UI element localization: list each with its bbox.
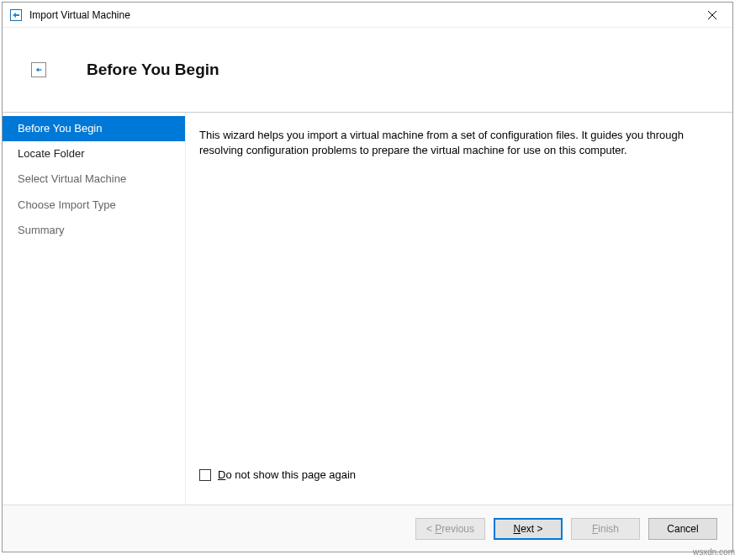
step-locate-folder[interactable]: Locate Folder [3,141,185,166]
app-icon [9,8,23,22]
do-not-show-checkbox[interactable] [199,469,211,481]
step-select-virtual-machine[interactable]: Select Virtual Machine [3,166,185,192]
wizard-description: This wizard helps you import a virtual m… [199,128,714,157]
watermark: wsxdn.com [693,547,735,557]
wizard-header: Before You Begin [3,28,732,112]
next-button[interactable]: Next > [494,518,563,540]
cancel-button[interactable]: Cancel [648,518,717,540]
step-before-you-begin[interactable]: Before You Begin [3,116,185,141]
step-choose-import-type[interactable]: Choose Import Type [3,193,185,218]
wizard-footer: < Previous Next > Finish Cancel [3,505,732,552]
import-icon [31,62,46,77]
wizard-window: Import Virtual Machine Before You Begin … [2,2,733,552]
close-button[interactable] [695,3,729,27]
page-title: Before You Begin [87,61,219,79]
finish-button: Finish [571,518,640,540]
do-not-show-checkbox-row[interactable]: Do not show this page again [199,468,714,481]
wizard-steps-sidebar: Before You Begin Locate Folder Select Vi… [3,113,185,505]
previous-button: < Previous [415,518,485,540]
titlebar: Import Virtual Machine [3,3,732,28]
do-not-show-label: Do not show this page again [218,468,356,481]
window-title: Import Virtual Machine [29,9,695,21]
wizard-content: This wizard helps you import a virtual m… [185,113,732,505]
wizard-body: Before You Begin Locate Folder Select Vi… [3,113,732,505]
step-summary[interactable]: Summary [3,218,185,243]
